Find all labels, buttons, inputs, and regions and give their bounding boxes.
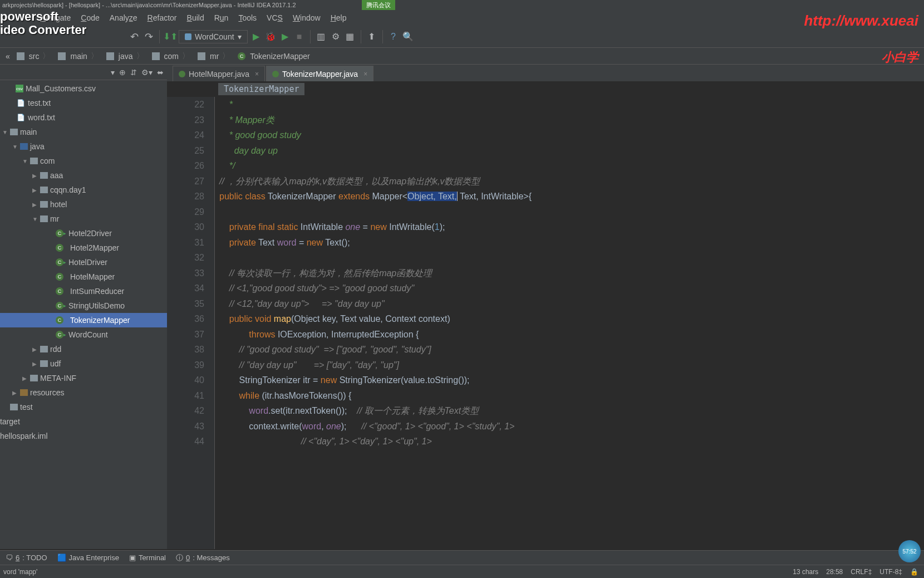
- tree-class-hotel2mapper[interactable]: CHotel2Mapper: [0, 241, 167, 255]
- menu-refactor[interactable]: Refactor: [148, 13, 177, 22]
- status-encoding[interactable]: UTF-8‡: [879, 568, 902, 576]
- tab-hotelmapper[interactable]: HotelMapper.java×: [173, 66, 265, 81]
- tree-file-word[interactable]: 📄word.txt: [0, 110, 167, 125]
- tree-com[interactable]: ▼com: [0, 154, 167, 168]
- menu-build[interactable]: Build: [187, 13, 204, 22]
- tree-aaa[interactable]: ▶aaa: [0, 168, 167, 183]
- status-bar: vord 'mapp' 13 chars 28:58 CRLF‡ UTF-8‡ …: [0, 565, 924, 578]
- tree-class-hotelmapper[interactable]: CHotelMapper: [0, 270, 167, 284]
- menu-vcs[interactable]: VCS: [267, 13, 283, 22]
- project-tree: csvMall_Customers.csv 📄test.txt 📄word.tx…: [0, 80, 167, 443]
- stop-button[interactable]: ■: [293, 31, 306, 43]
- tree-class-wordcount[interactable]: C▸WordCount: [0, 327, 167, 342]
- crumb-src[interactable]: src〉: [13, 51, 55, 61]
- watermark-left: powersoft ideo Converter: [0, 10, 86, 37]
- tree-rdd[interactable]: ▶rdd: [0, 342, 167, 356]
- collapse-icon[interactable]: ⇵: [130, 68, 137, 77]
- search-button[interactable]: 🔍: [402, 31, 414, 43]
- tree-mr[interactable]: ▼mr: [0, 212, 167, 226]
- crumb-main[interactable]: main〉: [55, 51, 102, 61]
- title-bar: arkprojects\hellospark] - [hellospark] -…: [0, 0, 924, 10]
- hide-icon[interactable]: ⬌: [157, 68, 164, 77]
- tab-terminal[interactable]: ▣ Terminal: [129, 553, 166, 562]
- tree-cqqn[interactable]: ▶cqqn.day1: [0, 183, 167, 197]
- tab-tokenizermapper[interactable]: TokenizerMapper.java×: [266, 66, 373, 81]
- menu-run[interactable]: Run: [214, 13, 229, 22]
- run-button[interactable]: ▶: [250, 31, 262, 43]
- code-bc-class[interactable]: TokenizerMapper: [218, 83, 304, 95]
- coverage-button[interactable]: ▶: [279, 31, 291, 43]
- locate-icon[interactable]: ▾: [111, 68, 115, 77]
- tree-target[interactable]: target: [0, 414, 167, 429]
- close-icon[interactable]: ×: [363, 70, 367, 78]
- tab-messages[interactable]: ⓘ 0: Messages: [176, 553, 230, 563]
- settings-button[interactable]: ⚙: [330, 31, 342, 43]
- tree-class-hotel2driver[interactable]: C▸Hotel2Driver: [0, 226, 167, 241]
- status-message: vord 'mapp': [0, 568, 793, 576]
- bottom-tool-tabs: 🗨 6: TODO 🟦 Java Enterprise ▣ Terminal ⓘ…: [0, 550, 924, 565]
- tree-metainf[interactable]: ▶META-INF: [0, 371, 167, 385]
- crumb-com[interactable]: com〉: [149, 51, 194, 61]
- menu-analyze[interactable]: Analyze: [110, 13, 137, 22]
- back-button[interactable]: ↶: [128, 31, 140, 43]
- structure-button[interactable]: ▦: [344, 31, 356, 43]
- tree-test[interactable]: test: [0, 400, 167, 414]
- crumb-mr[interactable]: mr〉: [194, 51, 234, 61]
- tree-class-tokenizermapper[interactable]: CTokenizerMapper: [0, 313, 167, 327]
- tree-udf[interactable]: ▶udf: [0, 356, 167, 371]
- build-button[interactable]: ⬇⬆: [164, 31, 176, 43]
- menu-window[interactable]: Window: [293, 13, 321, 22]
- sidebar-toolbar: ▾ ⊕ ⇵ ⚙▾ ⬌: [0, 65, 167, 80]
- crumb-java[interactable]: java〉: [103, 51, 149, 61]
- tree-resources[interactable]: ▶resources: [0, 385, 167, 400]
- menu-tools[interactable]: Tools: [238, 13, 257, 22]
- close-icon[interactable]: ×: [255, 70, 259, 78]
- tab-todo[interactable]: 🗨 6: TODO: [6, 553, 47, 562]
- tab-java-enterprise[interactable]: 🟦 Java Enterprise: [57, 553, 119, 562]
- gear-icon[interactable]: ⚙▾: [141, 68, 153, 77]
- tree-file-test[interactable]: 📄test.txt: [0, 96, 167, 110]
- tencent-meeting-badge: 腾讯会议: [362, 0, 395, 10]
- target-icon[interactable]: ⊕: [119, 68, 126, 77]
- tree-class-intsumreducer[interactable]: CIntSumReducer: [0, 284, 167, 298]
- layout-button[interactable]: ▥: [315, 31, 327, 43]
- run-config-dropdown[interactable]: WordCount ▾: [179, 30, 248, 43]
- status-chars: 13 chars: [793, 568, 818, 576]
- toolbar: ↶ ↷ ⬇⬆ WordCount ▾ ▶ 🐞 ▶ ■ ▥ ⚙ ▦ ⬆ ? 🔍: [0, 26, 924, 48]
- tree-main[interactable]: ▼main: [0, 125, 167, 139]
- tree-class-hoteldriver[interactable]: C▸HotelDriver: [0, 255, 167, 270]
- status-pos: 28:58: [826, 568, 843, 576]
- code-breadcrumb: TokenizerMapper: [167, 81, 924, 97]
- deploy-button[interactable]: ⬆: [366, 31, 378, 43]
- tree-class-stringutilsdemo[interactable]: C▸StringUtilsDemo: [0, 298, 167, 313]
- watermark-small: 小白学: [882, 49, 918, 66]
- debug-button[interactable]: 🐞: [264, 31, 277, 43]
- project-sidebar: ▾ ⊕ ⇵ ⚙▾ ⬌ csvMall_Customers.csv 📄test.t…: [0, 65, 167, 549]
- tree-csv[interactable]: csvMall_Customers.csv: [0, 81, 167, 96]
- gutter: 2223242526272829303132333435363738394041…: [167, 97, 215, 549]
- breadcrumbs: « src〉 main〉 java〉 com〉 mr〉 CTokenizerMa…: [0, 48, 924, 65]
- menu-help[interactable]: Help: [331, 13, 347, 22]
- crumb-class[interactable]: CTokenizerMapper: [234, 52, 313, 61]
- editor-tabs: HotelMapper.java× TokenizerMapper.java×: [167, 65, 924, 81]
- help-button[interactable]: ?: [387, 31, 400, 43]
- tree-hotel[interactable]: ▶hotel: [0, 197, 167, 212]
- tree-iml[interactable]: hellospark.iml: [0, 429, 167, 443]
- tree-java[interactable]: ▼java: [0, 139, 167, 154]
- watermark-url: http://www.xueai: [804, 12, 918, 30]
- forward-button[interactable]: ↷: [142, 31, 155, 43]
- crumb-root[interactable]: «: [2, 52, 13, 61]
- editor-area: HotelMapper.java× TokenizerMapper.java× …: [167, 65, 924, 549]
- code-editor[interactable]: 2223242526272829303132333435363738394041…: [167, 97, 924, 549]
- menu-bar: Navigate Code Analyze Refactor Build Run…: [0, 10, 924, 26]
- clock-badge: 57:52: [898, 540, 921, 562]
- status-lock-icon[interactable]: 🔒: [910, 568, 918, 576]
- status-line-ending[interactable]: CRLF‡: [851, 568, 872, 576]
